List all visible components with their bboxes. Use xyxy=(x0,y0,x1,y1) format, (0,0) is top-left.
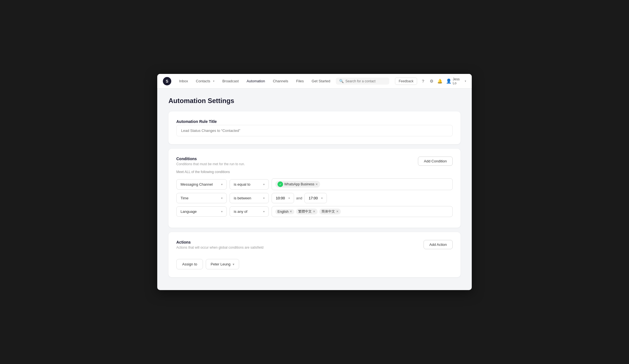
logo-letter: S xyxy=(166,79,168,83)
nav-item-contacts[interactable]: Contacts ▾ xyxy=(193,77,218,85)
rule-title-input[interactable] xyxy=(176,125,453,136)
navbar: S Inbox Contacts ▾ Broadcast Automation … xyxy=(157,74,472,88)
condition-field-time[interactable]: Time ▾ xyxy=(176,193,227,203)
language-tag-simplified-chinese: 简体中文 ✕ xyxy=(319,209,341,214)
field-chevron-icon: ▾ xyxy=(221,210,223,213)
user-avatar-icon: 👤 xyxy=(446,78,452,84)
whatsapp-tag: ✓ WhatsApp Business ✕ xyxy=(275,181,320,188)
nav-item-broadcast[interactable]: Broadcast xyxy=(219,77,242,85)
condition-field-messaging-channel[interactable]: Messaging Channel ▾ xyxy=(176,179,227,190)
add-condition-button[interactable]: Add Condition xyxy=(418,157,453,166)
language-tag-english: English ✕ xyxy=(275,209,294,214)
settings-icon[interactable]: ⚙ xyxy=(429,78,434,84)
time-to-select[interactable]: 17:00 ▾ xyxy=(304,193,327,203)
whatsapp-tag-remove[interactable]: ✕ xyxy=(315,183,318,186)
page-title: Automation Settings xyxy=(168,97,461,105)
field-chevron-icon: ▾ xyxy=(221,183,223,186)
rule-title-label: Automation Rule Title xyxy=(176,119,453,124)
operator-chevron-icon: ▾ xyxy=(263,210,265,213)
nav-item-inbox[interactable]: Inbox xyxy=(176,77,191,85)
assignee-chevron-icon xyxy=(233,262,234,266)
actions-header: Actions Actions that will occur when glo… xyxy=(176,240,453,253)
condition-operator-equal[interactable]: is equal to ▾ xyxy=(230,179,269,190)
app-logo[interactable]: S xyxy=(163,77,171,85)
condition-operator-between[interactable]: is between ▾ xyxy=(230,193,269,203)
english-tag-remove[interactable]: ✕ xyxy=(290,210,292,213)
main-content: Automation Settings Automation Rule Titl… xyxy=(157,88,472,290)
nav-right: Feedback ? ⚙ 🔔 👤 Jess Lo ▾ xyxy=(395,77,466,85)
conditions-header: Conditions Conditions that must be met f… xyxy=(176,157,453,174)
user-menu[interactable]: 👤 Jess Lo ▾ xyxy=(446,77,466,85)
nav-item-automation[interactable]: Automation xyxy=(243,77,269,85)
nav-item-get-started[interactable]: Get Started xyxy=(308,77,334,85)
search-icon: 🔍 xyxy=(339,79,344,83)
time-to-chevron-icon: ▾ xyxy=(321,197,323,200)
simp-chinese-tag-remove[interactable]: ✕ xyxy=(336,210,339,213)
condition-row: Time ▾ is between ▾ 10:00 ▾ and 17:00 ▾ xyxy=(176,193,453,203)
search-input[interactable] xyxy=(345,79,386,83)
language-tag-traditional-chinese: 繁體中文 ✕ xyxy=(296,209,318,214)
and-text: and xyxy=(296,196,302,200)
condition-value-languages: English ✕ 繁體中文 ✕ 简体中文 ✕ xyxy=(272,206,453,217)
trad-chinese-tag-remove[interactable]: ✕ xyxy=(313,210,315,213)
field-chevron-icon: ▾ xyxy=(221,197,223,200)
add-action-button[interactable]: Add Action xyxy=(424,240,453,249)
notifications-icon[interactable]: 🔔 xyxy=(437,78,443,84)
action-type-label: Assign to xyxy=(176,259,203,269)
nav-item-channels[interactable]: Channels xyxy=(269,77,292,85)
help-icon[interactable]: ? xyxy=(420,78,425,84)
action-assignee-select[interactable]: Peter Leung xyxy=(206,259,239,269)
app-window: S Inbox Contacts ▾ Broadcast Automation … xyxy=(157,74,472,290)
rule-title-card: Automation Rule Title xyxy=(168,111,461,144)
action-row: Assign to Peter Leung xyxy=(176,259,453,269)
search-bar[interactable]: 🔍 xyxy=(336,78,389,85)
meet-all-text: Meet ALL of the following conditions xyxy=(176,170,418,174)
feedback-button[interactable]: Feedback xyxy=(395,78,417,85)
condition-value-whatsapp: ✓ WhatsApp Business ✕ xyxy=(272,178,453,190)
condition-time-range: 10:00 ▾ and 17:00 ▾ xyxy=(272,193,453,203)
nav-links: Inbox Contacts ▾ Broadcast Automation Ch… xyxy=(176,77,334,85)
contacts-chevron-icon: ▾ xyxy=(213,80,214,83)
condition-field-language[interactable]: Language ▾ xyxy=(176,206,227,217)
condition-row: Language ▾ is any of ▾ English ✕ 繁體中文 ✕ xyxy=(176,206,453,217)
conditions-card: Conditions Conditions that must be met f… xyxy=(168,149,461,228)
actions-desc: Actions that will occur when global cond… xyxy=(176,246,263,249)
user-name: Jess Lo xyxy=(453,77,462,85)
operator-chevron-icon: ▾ xyxy=(263,183,265,186)
actions-card: Actions Actions that will occur when glo… xyxy=(168,232,461,277)
whatsapp-icon: ✓ xyxy=(278,181,283,187)
user-menu-chevron-icon: ▾ xyxy=(465,80,466,83)
conditions-title: Conditions xyxy=(176,157,418,161)
actions-title: Actions xyxy=(176,240,263,244)
time-from-select[interactable]: 10:00 ▾ xyxy=(272,193,294,203)
time-from-chevron-icon: ▾ xyxy=(288,197,290,200)
condition-row: Messaging Channel ▾ is equal to ▾ ✓ What… xyxy=(176,178,453,190)
nav-item-files[interactable]: Files xyxy=(293,77,307,85)
operator-chevron-icon: ▾ xyxy=(263,197,265,200)
condition-operator-any-of[interactable]: is any of ▾ xyxy=(230,206,269,217)
conditions-desc: Conditions that must be met for the run … xyxy=(176,162,418,166)
